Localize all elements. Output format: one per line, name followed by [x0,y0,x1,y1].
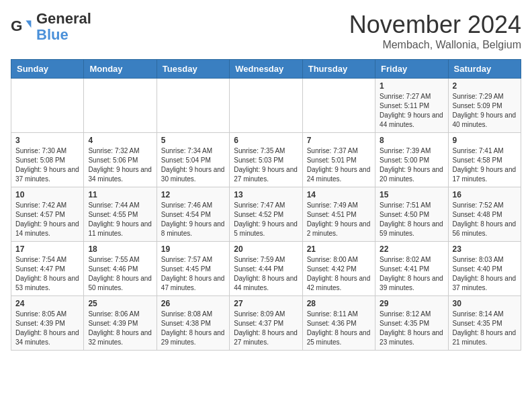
calendar-cell [11,79,84,133]
calendar-cell: 6Sunrise: 7:35 AM Sunset: 5:03 PM Daylig… [230,133,302,187]
header-friday: Friday [375,60,448,79]
day-number: 12 [161,190,225,199]
calendar-cell [302,79,375,133]
calendar-week-5: 24Sunrise: 8:05 AM Sunset: 4:39 PM Dayli… [11,296,521,351]
day-info: Sunrise: 7:37 AM Sunset: 5:01 PM Dayligh… [307,146,371,184]
day-info: Sunrise: 7:32 AM Sunset: 5:06 PM Dayligh… [88,146,152,184]
calendar-cell: 28Sunrise: 8:11 AM Sunset: 4:36 PM Dayli… [302,296,375,351]
calendar-cell: 16Sunrise: 7:52 AM Sunset: 4:48 PM Dayli… [448,187,521,242]
day-number: 23 [453,244,517,254]
day-number: 22 [380,244,443,254]
header-thursday: Thursday [302,60,375,79]
day-number: 17 [15,244,79,254]
day-number: 29 [380,299,443,308]
calendar-cell [84,79,157,133]
calendar-cell [230,79,302,133]
day-number: 26 [161,299,225,308]
calendar-cell: 29Sunrise: 8:12 AM Sunset: 4:35 PM Dayli… [375,296,448,351]
calendar-cell: 2Sunrise: 7:29 AM Sunset: 5:09 PM Daylig… [448,79,521,133]
logo-general: General [36,10,91,27]
day-number: 25 [88,299,152,308]
day-number: 24 [15,299,79,308]
svg-marker-1 [26,21,31,28]
calendar-cell: 15Sunrise: 7:51 AM Sunset: 4:50 PM Dayli… [375,187,448,242]
day-number: 9 [453,136,517,145]
calendar-week-1: 1Sunrise: 7:27 AM Sunset: 5:11 PM Daylig… [11,79,521,133]
day-number: 6 [234,136,298,145]
calendar-cell: 22Sunrise: 8:02 AM Sunset: 4:41 PM Dayli… [375,242,448,296]
day-info: Sunrise: 7:42 AM Sunset: 4:57 PM Dayligh… [15,201,79,238]
day-number: 16 [453,190,517,199]
day-info: Sunrise: 7:59 AM Sunset: 4:44 PM Dayligh… [234,255,298,293]
calendar-cell: 5Sunrise: 7:34 AM Sunset: 5:04 PM Daylig… [157,133,229,187]
calendar-cell: 8Sunrise: 7:39 AM Sunset: 5:00 PM Daylig… [375,133,448,187]
calendar-cell: 20Sunrise: 7:59 AM Sunset: 4:44 PM Dayli… [230,242,302,296]
calendar-cell: 17Sunrise: 7:54 AM Sunset: 4:47 PM Dayli… [11,242,84,296]
calendar-week-4: 17Sunrise: 7:54 AM Sunset: 4:47 PM Dayli… [11,242,521,296]
day-number: 13 [234,190,298,199]
day-number: 20 [234,244,298,254]
location-subtitle: Membach, Wallonia, Belgium [349,39,521,51]
day-info: Sunrise: 7:47 AM Sunset: 4:52 PM Dayligh… [234,201,298,238]
calendar-cell: 7Sunrise: 7:37 AM Sunset: 5:01 PM Daylig… [302,133,375,187]
logo: G General Blue [11,11,91,43]
calendar-cell: 12Sunrise: 7:46 AM Sunset: 4:54 PM Dayli… [157,187,229,242]
day-number: 19 [161,244,225,254]
day-info: Sunrise: 8:09 AM Sunset: 4:37 PM Dayligh… [234,310,298,347]
calendar-week-3: 10Sunrise: 7:42 AM Sunset: 4:57 PM Dayli… [11,187,521,242]
calendar-cell: 25Sunrise: 8:06 AM Sunset: 4:39 PM Dayli… [84,296,157,351]
calendar-cell: 4Sunrise: 7:32 AM Sunset: 5:06 PM Daylig… [84,133,157,187]
day-info: Sunrise: 7:55 AM Sunset: 4:46 PM Dayligh… [88,255,152,293]
header-sunday: Sunday [11,60,84,79]
logo-text: General Blue [36,11,91,43]
day-info: Sunrise: 8:14 AM Sunset: 4:35 PM Dayligh… [453,310,517,347]
day-number: 28 [307,299,371,308]
calendar-cell: 30Sunrise: 8:14 AM Sunset: 4:35 PM Dayli… [448,296,521,351]
day-number: 27 [234,299,298,308]
day-number: 14 [307,190,371,199]
calendar-table: Sunday Monday Tuesday Wednesday Thursday… [11,59,521,351]
day-info: Sunrise: 7:49 AM Sunset: 4:51 PM Dayligh… [307,201,371,238]
day-info: Sunrise: 7:57 AM Sunset: 4:45 PM Dayligh… [161,255,225,293]
calendar-cell: 1Sunrise: 7:27 AM Sunset: 5:11 PM Daylig… [375,79,448,133]
header-saturday: Saturday [448,60,521,79]
day-info: Sunrise: 7:35 AM Sunset: 5:03 PM Dayligh… [234,146,298,184]
day-info: Sunrise: 8:05 AM Sunset: 4:39 PM Dayligh… [15,310,79,347]
day-number: 10 [15,190,79,199]
header-wednesday: Wednesday [230,60,302,79]
day-info: Sunrise: 8:06 AM Sunset: 4:39 PM Dayligh… [88,310,152,347]
day-number: 11 [88,190,152,199]
day-number: 21 [307,244,371,254]
day-info: Sunrise: 7:34 AM Sunset: 5:04 PM Dayligh… [161,146,225,184]
calendar-cell: 18Sunrise: 7:55 AM Sunset: 4:46 PM Dayli… [84,242,157,296]
day-info: Sunrise: 8:00 AM Sunset: 4:42 PM Dayligh… [307,255,371,293]
day-info: Sunrise: 7:44 AM Sunset: 4:55 PM Dayligh… [88,201,152,238]
day-info: Sunrise: 8:08 AM Sunset: 4:38 PM Dayligh… [161,310,225,347]
calendar-cell: 10Sunrise: 7:42 AM Sunset: 4:57 PM Dayli… [11,187,84,242]
day-info: Sunrise: 7:30 AM Sunset: 5:08 PM Dayligh… [15,146,79,184]
day-info: Sunrise: 7:52 AM Sunset: 4:48 PM Dayligh… [453,201,517,238]
weekday-header-row: Sunday Monday Tuesday Wednesday Thursday… [11,60,521,79]
calendar-cell: 23Sunrise: 8:03 AM Sunset: 4:40 PM Dayli… [448,242,521,296]
calendar-cell: 13Sunrise: 7:47 AM Sunset: 4:52 PM Dayli… [230,187,302,242]
day-number: 15 [380,190,443,199]
day-number: 30 [453,299,517,308]
month-title: November 2024 [349,11,521,39]
day-number: 7 [307,136,371,145]
calendar-cell: 21Sunrise: 8:00 AM Sunset: 4:42 PM Dayli… [302,242,375,296]
day-info: Sunrise: 7:51 AM Sunset: 4:50 PM Dayligh… [380,201,443,238]
calendar-cell: 26Sunrise: 8:08 AM Sunset: 4:38 PM Dayli… [157,296,229,351]
day-info: Sunrise: 7:41 AM Sunset: 4:58 PM Dayligh… [453,146,517,184]
header-tuesday: Tuesday [157,60,229,79]
calendar-cell: 24Sunrise: 8:05 AM Sunset: 4:39 PM Dayli… [11,296,84,351]
title-area: November 2024 Membach, Wallonia, Belgium [349,11,521,51]
day-info: Sunrise: 8:03 AM Sunset: 4:40 PM Dayligh… [453,255,517,293]
day-number: 2 [453,81,517,91]
day-info: Sunrise: 8:11 AM Sunset: 4:36 PM Dayligh… [307,310,371,347]
page-header: G General Blue November 2024 Membach, Wa… [11,11,521,51]
day-info: Sunrise: 7:46 AM Sunset: 4:54 PM Dayligh… [161,201,225,238]
day-number: 3 [15,136,79,145]
day-info: Sunrise: 8:12 AM Sunset: 4:35 PM Dayligh… [380,310,443,347]
day-info: Sunrise: 8:02 AM Sunset: 4:41 PM Dayligh… [380,255,443,293]
day-number: 4 [88,136,152,145]
